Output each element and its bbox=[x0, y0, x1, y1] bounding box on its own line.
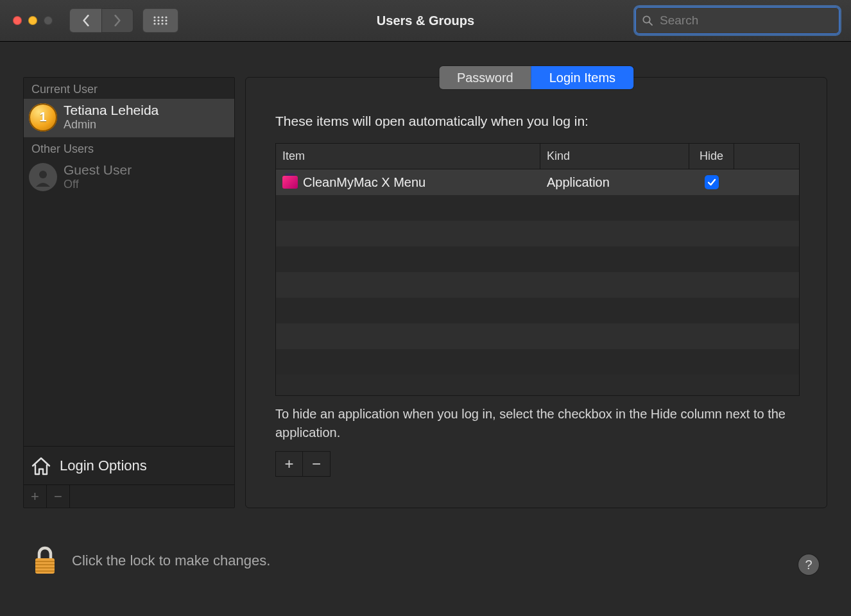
svg-point-2 bbox=[161, 16, 163, 18]
add-user-button[interactable]: + bbox=[24, 485, 47, 508]
row-item-name: CleanMyMac X Menu bbox=[303, 175, 426, 190]
svg-point-7 bbox=[165, 19, 167, 21]
login-options-label: Login Options bbox=[60, 458, 147, 474]
login-items-table: Item Kind Hide CleanMyMac X Menu Applica… bbox=[275, 143, 800, 396]
close-window-button[interactable] bbox=[13, 16, 22, 25]
svg-rect-17 bbox=[35, 564, 55, 565]
tab-password[interactable]: Password bbox=[439, 66, 531, 89]
table-header: Item Kind Hide bbox=[276, 144, 799, 169]
checkmark-icon bbox=[707, 178, 716, 187]
zoom-window-button bbox=[44, 16, 53, 25]
svg-rect-16 bbox=[35, 561, 55, 562]
svg-point-1 bbox=[157, 16, 159, 18]
tab-login-items[interactable]: Login Items bbox=[531, 66, 633, 89]
svg-point-9 bbox=[157, 22, 159, 24]
minimize-window-button[interactable] bbox=[28, 16, 37, 25]
svg-rect-18 bbox=[35, 567, 55, 569]
table-body: CleanMyMac X Menu Application bbox=[276, 169, 799, 395]
row-kind: Application bbox=[540, 175, 689, 190]
table-row[interactable]: CleanMyMac X Menu Application bbox=[276, 169, 799, 195]
column-kind[interactable]: Kind bbox=[540, 144, 689, 169]
lock-text: Click the lock to make changes. bbox=[72, 552, 270, 569]
main-panel: Password Login Items These items will op… bbox=[245, 77, 827, 508]
guest-avatar-icon bbox=[29, 163, 57, 191]
column-spacer bbox=[734, 144, 799, 169]
show-all-button[interactable] bbox=[142, 8, 178, 33]
svg-point-8 bbox=[153, 22, 155, 24]
current-user-role: Admin bbox=[64, 118, 159, 132]
svg-point-10 bbox=[161, 22, 163, 24]
guest-user-row[interactable]: Guest User Off bbox=[24, 158, 234, 196]
traffic-lights bbox=[13, 16, 53, 25]
help-button[interactable]: ? bbox=[798, 554, 819, 575]
table-row-empty bbox=[276, 298, 799, 323]
back-button[interactable] bbox=[69, 8, 101, 33]
chevron-left-icon bbox=[82, 15, 90, 26]
lock-row: Click the lock to make changes. bbox=[32, 544, 828, 578]
table-row-empty bbox=[276, 221, 799, 246]
window-toolbar: Users & Groups bbox=[0, 0, 851, 42]
current-user-label: Current User bbox=[24, 78, 234, 99]
column-item[interactable]: Item bbox=[276, 144, 540, 169]
search-icon bbox=[642, 15, 653, 26]
table-row-empty bbox=[276, 246, 799, 272]
remove-login-item-button[interactable]: − bbox=[303, 452, 330, 476]
svg-point-6 bbox=[161, 19, 163, 21]
home-icon bbox=[30, 455, 52, 477]
add-login-item-button[interactable]: + bbox=[276, 452, 303, 476]
login-options-button[interactable]: Login Options bbox=[24, 446, 234, 484]
lock-icon[interactable] bbox=[32, 545, 58, 576]
other-users-label: Other Users bbox=[24, 137, 234, 158]
svg-rect-19 bbox=[35, 570, 55, 572]
sidebar-add-remove: + − bbox=[24, 484, 234, 508]
nav-buttons bbox=[69, 8, 133, 33]
column-hide[interactable]: Hide bbox=[689, 144, 734, 169]
login-items-description: These items will open automatically when… bbox=[275, 114, 589, 129]
users-sidebar: Current User 1 Tetiana Leheida Admin Oth… bbox=[23, 77, 235, 508]
remove-user-button[interactable]: − bbox=[47, 485, 70, 508]
user-avatar-icon: 1 bbox=[29, 103, 57, 132]
svg-point-14 bbox=[39, 171, 47, 178]
guest-user-name: Guest User bbox=[64, 162, 132, 178]
tabs: Password Login Items bbox=[439, 66, 633, 89]
search-input[interactable] bbox=[653, 7, 839, 34]
guest-user-role: Off bbox=[64, 178, 132, 191]
grid-icon bbox=[153, 15, 168, 26]
table-row-empty bbox=[276, 349, 799, 375]
svg-point-5 bbox=[157, 19, 159, 21]
current-user-name: Tetiana Leheida bbox=[64, 103, 159, 118]
svg-point-11 bbox=[165, 22, 167, 24]
svg-point-3 bbox=[165, 16, 167, 18]
table-row-empty bbox=[276, 272, 799, 298]
search-field[interactable] bbox=[635, 7, 839, 34]
svg-point-4 bbox=[153, 19, 155, 21]
hide-checkbox[interactable] bbox=[705, 175, 719, 189]
current-user-row[interactable]: 1 Tetiana Leheida Admin bbox=[24, 99, 234, 137]
svg-point-0 bbox=[153, 16, 155, 18]
login-items-add-remove: + − bbox=[275, 451, 331, 477]
table-row-empty bbox=[276, 195, 799, 221]
app-icon bbox=[282, 176, 298, 189]
table-row-empty bbox=[276, 323, 799, 349]
forward-button[interactable] bbox=[101, 8, 133, 33]
chevron-right-icon bbox=[113, 15, 122, 26]
hide-hint-text: To hide an application when you log in, … bbox=[275, 405, 800, 442]
svg-line-13 bbox=[649, 22, 652, 25]
